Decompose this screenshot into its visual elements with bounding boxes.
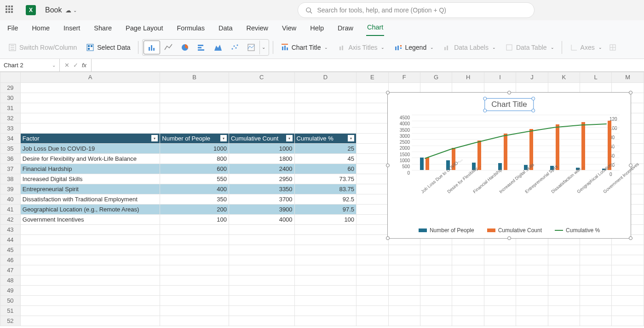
cell-K47[interactable]	[548, 265, 580, 275]
col-header-F[interactable]: F	[388, 72, 420, 83]
cell-B50[interactable]	[160, 296, 229, 306]
cell-C33[interactable]	[229, 123, 294, 134]
cell-M48[interactable]	[612, 275, 644, 286]
cell-J29[interactable]	[516, 83, 548, 93]
row-header-34[interactable]: 34	[0, 134, 21, 144]
cell-A42[interactable]: Government Incentives	[20, 215, 160, 225]
cell-I51[interactable]	[484, 306, 516, 316]
cell-G49[interactable]	[420, 286, 452, 296]
cell-K49[interactable]	[548, 286, 580, 296]
cell-C42[interactable]: 4000	[229, 215, 294, 225]
cell-D48[interactable]	[294, 275, 356, 286]
cell-C38[interactable]: 2950	[229, 174, 294, 184]
cell-D29[interactable]	[294, 83, 356, 93]
switch-row-column-button[interactable]: Switch Row/Column	[5, 40, 80, 55]
cell-D46[interactable]	[294, 255, 356, 265]
cell-B49[interactable]	[160, 286, 229, 296]
cell-J47[interactable]	[516, 265, 548, 275]
row-header-52[interactable]: 52	[0, 316, 21, 326]
cell-E35[interactable]	[356, 144, 388, 154]
tab-formulas[interactable]: Formulas	[176, 22, 205, 36]
cell-C47[interactable]	[229, 265, 294, 275]
cloud-save-icon[interactable]: ☁︎	[65, 7, 71, 14]
cell-H51[interactable]	[452, 306, 484, 316]
cell-M45[interactable]	[612, 245, 644, 255]
cell-C31[interactable]	[229, 103, 294, 113]
row-header-38[interactable]: 38	[0, 174, 21, 184]
col-header-B[interactable]: B	[160, 72, 229, 83]
filter-dropdown-icon[interactable]: ▾	[286, 135, 293, 141]
cell-A48[interactable]	[20, 275, 160, 286]
cell-H47[interactable]	[452, 265, 484, 275]
row-header-51[interactable]: 51	[0, 306, 21, 316]
cell-D43[interactable]	[294, 225, 356, 235]
cell-B47[interactable]	[160, 265, 229, 275]
cell-A50[interactable]	[20, 296, 160, 306]
cell-M52[interactable]	[612, 316, 644, 326]
cell-A41[interactable]: Geographical Location (e.g., Remote Area…	[20, 205, 160, 215]
resize-handle[interactable]	[386, 164, 390, 167]
cell-L50[interactable]	[580, 296, 612, 306]
cell-B44[interactable]	[160, 235, 229, 245]
cell-F45[interactable]	[388, 245, 420, 255]
cell-C34[interactable]: Cumulative Count▾	[229, 134, 294, 144]
filter-dropdown-icon[interactable]: ▾	[348, 135, 354, 141]
cell-G29[interactable]	[420, 83, 452, 93]
cell-J51[interactable]	[516, 306, 548, 316]
cell-A52[interactable]	[20, 316, 160, 326]
cell-I48[interactable]	[484, 275, 516, 286]
resize-handle[interactable]	[386, 91, 390, 94]
cell-M47[interactable]	[612, 265, 644, 275]
cell-C30[interactable]	[229, 93, 294, 103]
area-chart-type-button[interactable]	[210, 41, 226, 54]
legend-button[interactable]: Legend ⌄	[390, 40, 437, 55]
row-header-46[interactable]: 46	[0, 255, 21, 265]
row-header-35[interactable]: 35	[0, 144, 21, 154]
other-chart-type-button[interactable]	[243, 41, 259, 54]
col-header-M[interactable]: M	[612, 72, 644, 83]
cell-F48[interactable]	[388, 275, 420, 286]
row-header-32[interactable]: 32	[0, 113, 21, 123]
resize-handle[interactable]	[386, 236, 390, 240]
cell-B36[interactable]: 800	[160, 154, 229, 164]
cell-M46[interactable]	[612, 255, 644, 265]
cell-L45[interactable]	[580, 245, 612, 255]
cell-D37[interactable]: 60	[294, 164, 356, 174]
sheet-area[interactable]: ABCDEFGHIJKLM293031323334Factor▾Number o…	[0, 72, 644, 328]
cell-D39[interactable]: 83.75	[294, 184, 356, 194]
cell-B35[interactable]: 1000	[160, 144, 229, 154]
cell-B51[interactable]	[160, 306, 229, 316]
cell-K45[interactable]	[548, 245, 580, 255]
cell-M50[interactable]	[612, 296, 644, 306]
cell-B34[interactable]: Number of People▾	[160, 134, 229, 144]
bar-chart-type-button[interactable]	[193, 41, 210, 54]
cell-L47[interactable]	[580, 265, 612, 275]
document-name[interactable]: Book	[45, 6, 62, 14]
cell-A40[interactable]: Dissatisfaction with Traditional Employm…	[20, 194, 160, 205]
cell-E51[interactable]	[356, 306, 388, 316]
tab-review[interactable]: Review	[246, 22, 270, 36]
row-header-31[interactable]: 31	[0, 103, 21, 113]
cell-H45[interactable]	[452, 245, 484, 255]
cell-A45[interactable]	[20, 245, 160, 255]
cell-B29[interactable]	[160, 83, 229, 93]
cell-C37[interactable]: 2400	[229, 164, 294, 174]
row-header-36[interactable]: 36	[0, 154, 21, 164]
cell-J49[interactable]	[516, 286, 548, 296]
row-header-41[interactable]: 41	[0, 205, 21, 215]
cell-C52[interactable]	[229, 316, 294, 326]
cell-B45[interactable]	[160, 245, 229, 255]
cell-M29[interactable]	[612, 83, 644, 93]
cell-E40[interactable]	[356, 194, 388, 205]
cancel-formula-icon[interactable]: ✕	[64, 62, 69, 69]
cell-D44[interactable]	[294, 235, 356, 245]
row-header-37[interactable]: 37	[0, 164, 21, 174]
cell-E41[interactable]	[356, 205, 388, 215]
cell-J45[interactable]	[516, 245, 548, 255]
cell-C50[interactable]	[229, 296, 294, 306]
cell-M51[interactable]	[612, 306, 644, 316]
gridlines-button[interactable]	[608, 40, 618, 55]
tab-view[interactable]: View	[281, 22, 297, 36]
cell-D47[interactable]	[294, 265, 356, 275]
cell-E42[interactable]	[356, 215, 388, 225]
